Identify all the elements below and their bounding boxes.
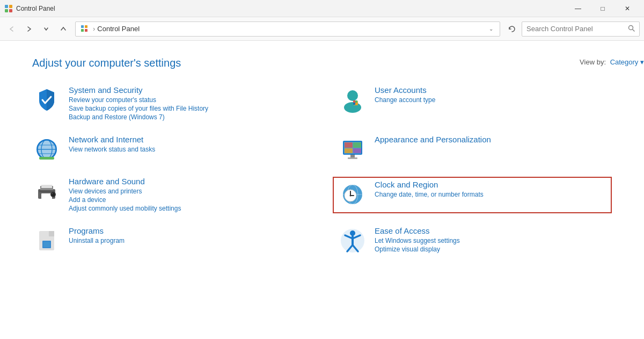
svg-rect-34	[348, 157, 357, 159]
window-title: Control Panel	[16, 5, 566, 12]
svg-line-9	[633, 29, 635, 31]
system-security-link-3[interactable]: Backup and Restore (Windows 7)	[69, 113, 306, 121]
svg-rect-30	[353, 142, 361, 148]
programs-link-1[interactable]: Uninstall a program	[69, 237, 306, 244]
svg-rect-52	[49, 231, 54, 236]
history-dropdown-button[interactable]	[39, 21, 54, 37]
address-separator: ›	[93, 25, 95, 33]
svg-rect-4	[81, 25, 84, 28]
view-by-label: View by:	[580, 58, 606, 66]
ease-of-access-link-2[interactable]: Optimize visual display	[375, 246, 612, 253]
system-security-icon	[32, 85, 61, 114]
search-box[interactable]	[522, 21, 640, 37]
clock-region-content: Clock and Region Change date, time, or n…	[375, 180, 606, 199]
category-network-internet[interactable]: Network and Internet View network status…	[32, 135, 306, 164]
title-bar: Control Panel — □ ✕	[0, 0, 644, 17]
category-ease-of-access[interactable]: Ease of Access Let Windows suggest setti…	[338, 226, 612, 255]
category-hardware-sound[interactable]: Hardware and Sound View devices and prin…	[32, 177, 306, 213]
clock-region-icon	[338, 180, 367, 209]
svg-rect-6	[81, 29, 84, 32]
refresh-button[interactable]	[504, 21, 519, 37]
system-security-link-1[interactable]: Review your computer's status	[69, 96, 306, 104]
app-icon	[4, 4, 13, 13]
hardware-sound-content: Hardware and Sound View devices and prin…	[69, 177, 306, 213]
categories-grid: System and Security Review your computer…	[32, 85, 612, 268]
svg-rect-32	[353, 148, 361, 153]
hardware-sound-icon	[32, 177, 61, 206]
svg-rect-16	[355, 103, 357, 105]
main-content: Adjust your computer's settings View by:…	[0, 41, 644, 339]
category-appearance[interactable]: Appearance and Personalization	[338, 135, 612, 164]
category-clock-region[interactable]: Clock and Region Change date, time, or n…	[333, 177, 612, 213]
view-by-control: View by: Category ▾	[580, 58, 644, 66]
programs-icon	[32, 226, 61, 255]
close-button[interactable]: ✕	[615, 0, 640, 17]
appearance-title[interactable]: Appearance and Personalization	[375, 135, 612, 144]
address-text: Control Panel	[97, 25, 487, 33]
svg-rect-0	[5, 5, 8, 8]
maximize-button[interactable]: □	[590, 0, 615, 17]
address-icon	[80, 24, 90, 34]
svg-rect-5	[85, 25, 87, 28]
ease-of-access-link-1[interactable]: Let Windows suggest settings	[375, 237, 612, 244]
up-button[interactable]	[56, 21, 71, 37]
appearance-icon	[338, 135, 367, 164]
hardware-sound-link-3[interactable]: Adjust commonly used mobility settings	[69, 205, 306, 212]
svg-rect-38	[41, 185, 52, 188]
programs-title[interactable]: Programs	[69, 226, 306, 235]
svg-rect-15	[353, 103, 355, 105]
network-internet-content: Network and Internet View network status…	[69, 135, 306, 154]
search-input[interactable]	[526, 25, 628, 33]
svg-rect-14	[355, 100, 357, 103]
window-controls: — □ ✕	[566, 0, 640, 17]
svg-rect-33	[350, 155, 355, 157]
user-accounts-link-1[interactable]: Change account type	[375, 96, 612, 104]
system-security-link-2[interactable]: Save backup copies of your files with Fi…	[69, 105, 306, 112]
svg-point-61	[341, 229, 364, 253]
search-icon[interactable]	[628, 25, 635, 33]
svg-rect-13	[353, 100, 355, 103]
hardware-sound-link-2[interactable]: Add a device	[69, 196, 306, 204]
svg-rect-31	[345, 148, 353, 153]
back-button[interactable]	[4, 21, 19, 37]
programs-content: Programs Uninstall a program	[69, 226, 306, 246]
svg-rect-2	[5, 9, 8, 12]
nav-bar: › Control Panel ⌄	[0, 17, 644, 41]
system-security-content: System and Security Review your computer…	[69, 85, 306, 122]
user-accounts-content: User Accounts Change account type	[375, 85, 612, 105]
svg-rect-26	[39, 157, 54, 160]
svg-rect-1	[9, 5, 12, 8]
svg-rect-37	[41, 193, 52, 200]
svg-rect-29	[345, 142, 353, 148]
category-user-accounts[interactable]: User Accounts Change account type	[338, 85, 612, 122]
user-accounts-icon	[338, 85, 367, 114]
clock-region-link-1[interactable]: Change date, time, or number formats	[375, 191, 606, 198]
svg-rect-39	[39, 190, 54, 192]
ease-of-access-content: Ease of Access Let Windows suggest setti…	[375, 226, 612, 254]
svg-rect-7	[85, 29, 87, 32]
view-by-dropdown[interactable]: Category ▾	[610, 58, 644, 66]
category-system-security[interactable]: System and Security Review your computer…	[32, 85, 306, 122]
system-security-title[interactable]: System and Security	[69, 85, 306, 95]
network-internet-link-1[interactable]: View network status and tasks	[69, 146, 306, 153]
svg-rect-3	[9, 9, 12, 12]
svg-point-42	[52, 193, 53, 194]
network-internet-title[interactable]: Network and Internet	[69, 135, 306, 144]
page-title: Adjust your computer's settings	[32, 57, 612, 69]
address-dropdown-button[interactable]: ⌄	[487, 26, 495, 32]
ease-of-access-title[interactable]: Ease of Access	[375, 226, 612, 235]
network-internet-icon	[32, 135, 61, 164]
svg-point-10	[347, 90, 358, 101]
svg-rect-54	[43, 242, 50, 247]
minimize-button[interactable]: —	[566, 0, 590, 17]
address-bar[interactable]: › Control Panel ⌄	[75, 21, 500, 37]
category-programs[interactable]: Programs Uninstall a program	[32, 226, 306, 255]
ease-of-access-icon	[338, 226, 367, 255]
clock-region-title[interactable]: Clock and Region	[375, 180, 606, 189]
hardware-sound-link-1[interactable]: View devices and printers	[69, 187, 306, 195]
forward-button[interactable]	[21, 21, 36, 37]
appearance-content: Appearance and Personalization	[375, 135, 612, 146]
user-accounts-title[interactable]: User Accounts	[375, 85, 612, 95]
hardware-sound-title[interactable]: Hardware and Sound	[69, 177, 306, 186]
svg-point-11	[344, 102, 361, 113]
